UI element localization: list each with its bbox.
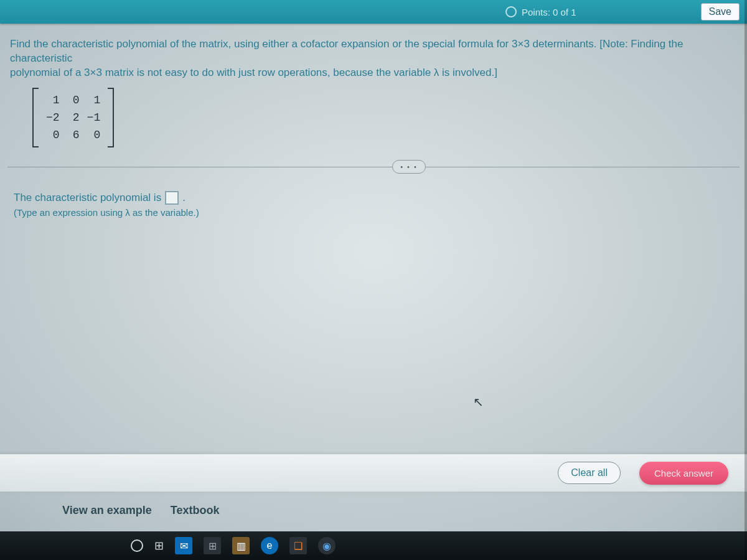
answer-area: The characteristic polynomial is . (Type… xyxy=(1,180,746,218)
matrix-cell: 0 xyxy=(83,126,105,144)
matrix-cell: −2 xyxy=(42,109,63,126)
points-ring-icon xyxy=(505,6,517,17)
matrix-row: −2 2 −1 xyxy=(42,109,104,126)
cursor-icon: ↖ xyxy=(473,394,484,409)
matrix-cell: −1 xyxy=(83,109,105,126)
textbook-link[interactable]: Textbook xyxy=(171,504,220,517)
app-topbar: Points: 0 of 1 Save xyxy=(0,0,747,24)
points-indicator: Points: 0 of 1 xyxy=(505,6,576,17)
answer-prompt: The characteristic polynomial is xyxy=(14,192,161,204)
store-icon[interactable]: ⊞ xyxy=(204,537,221,554)
matrix-brackets: 1 0 1 −2 2 −1 0 6 0 xyxy=(32,89,114,146)
divider-line xyxy=(7,167,740,167)
matrix-cell: 0 xyxy=(63,91,83,109)
chrome-icon[interactable]: ◉ xyxy=(318,537,336,554)
mail-icon[interactable]: ✉ xyxy=(175,537,192,554)
office-icon[interactable]: ❏ xyxy=(289,537,307,554)
matrix-row: 1 0 1 xyxy=(42,91,104,109)
points-text: Points: 0 of 1 xyxy=(522,7,576,17)
screen-edge xyxy=(745,0,747,560)
question-line-1: Find the characteristic polynomial of th… xyxy=(10,38,683,64)
matrix-cell: 0 xyxy=(42,126,63,144)
cortana-icon[interactable] xyxy=(131,539,143,552)
question-panel: Find the characteristic polynomial of th… xyxy=(1,31,746,218)
matrix-cell: 6 xyxy=(63,126,83,144)
file-explorer-icon[interactable]: ▥ xyxy=(232,537,250,554)
edge-icon[interactable]: e xyxy=(261,537,278,554)
check-answer-button[interactable]: Check answer xyxy=(639,462,728,485)
task-view-icon[interactable]: ⊞ xyxy=(154,539,164,553)
more-options-pill[interactable]: • • • xyxy=(392,160,426,174)
save-button[interactable]: Save xyxy=(701,3,740,21)
view-example-link[interactable]: View an example xyxy=(62,504,152,517)
matrix-cell: 1 xyxy=(83,91,105,109)
windows-taskbar: ⊞ ✉ ⊞ ▥ e ❏ ◉ xyxy=(0,531,747,560)
answer-hint: (Type an expression using λ as the varia… xyxy=(14,207,737,218)
matrix-cell: 2 xyxy=(63,109,83,126)
section-divider: • • • xyxy=(1,160,746,175)
matrix-cell: 1 xyxy=(42,91,63,109)
question-text: Find the characteristic polynomial of th… xyxy=(1,31,746,85)
matrix-display: 1 0 1 −2 2 −1 0 6 0 xyxy=(1,85,746,155)
matrix-row: 0 6 0 xyxy=(42,126,104,144)
helper-links: View an example Textbook xyxy=(0,492,747,529)
clear-all-button[interactable]: Clear all xyxy=(558,462,621,484)
answer-prompt-after: . xyxy=(182,192,186,204)
answer-input[interactable] xyxy=(165,191,179,205)
question-line-2: polynomial of a 3×3 matrix is not easy t… xyxy=(10,67,497,78)
action-bar: Clear all Check answer xyxy=(0,454,747,492)
matrix-table: 1 0 1 −2 2 −1 0 6 0 xyxy=(42,91,104,144)
